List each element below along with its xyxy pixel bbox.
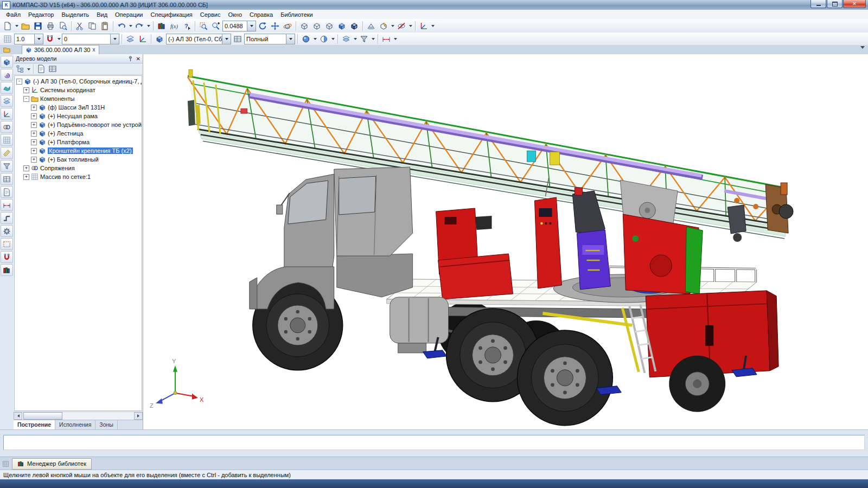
grid-button[interactable] [2, 34, 14, 44]
tab-construction[interactable]: Построение [14, 420, 55, 429]
scroll-right-icon[interactable] [134, 412, 143, 420]
tree-node-turntable[interactable]: +(+) Подъёмно-поворот ное устройст [15, 120, 142, 129]
section-view-button[interactable] [318, 34, 330, 44]
mates-icon[interactable] [1, 121, 13, 133]
zones-icon[interactable] [1, 238, 13, 250]
zoom-window-button[interactable] [197, 21, 209, 31]
refresh-view-button[interactable] [257, 21, 269, 31]
edit-assembly-icon[interactable] [1, 56, 13, 68]
tab-list-dropdown-icon[interactable] [860, 46, 865, 51]
view-orientation-button[interactable] [418, 21, 430, 31]
display-mode-dropdown-icon[interactable] [286, 34, 295, 44]
new-document-button[interactable] [2, 21, 14, 31]
zoom-in-out-button[interactable] [210, 21, 222, 31]
sheet-metal-icon[interactable] [1, 212, 13, 224]
component-list-button[interactable] [232, 34, 244, 44]
tree-node-bracket-selected[interactable]: +Кронштейн крепления ТБ (x2) [15, 146, 142, 155]
library-icon[interactable] [1, 264, 13, 276]
shaded-mode-button[interactable] [336, 21, 348, 31]
dock-icon[interactable] [2, 460, 9, 467]
minimize-button[interactable] [810, 0, 826, 8]
reports-icon[interactable] [1, 186, 13, 198]
csys-icon[interactable] [1, 108, 13, 120]
pan-view-button[interactable] [269, 21, 281, 31]
fuel-tank[interactable] [390, 297, 449, 353]
menu-view[interactable]: Вид [93, 11, 111, 18]
tree-structure-dropdown-icon[interactable] [26, 63, 31, 74]
scrollbar-thumb[interactable] [23, 412, 62, 420]
doc-system-icon[interactable] [3, 46, 11, 53]
hide-all-dropdown-icon[interactable] [408, 21, 413, 31]
new-document-dropdown-icon[interactable] [14, 21, 19, 31]
dimensions-icon[interactable] [1, 199, 13, 211]
parameters-icon[interactable] [1, 225, 13, 237]
context-help-button[interactable] [181, 21, 193, 31]
menu-help[interactable]: Справка [246, 11, 277, 18]
snap-settings-button[interactable] [44, 34, 56, 44]
tab-close-icon[interactable]: x [93, 47, 95, 53]
sphere-quality-dropdown-icon[interactable] [312, 34, 317, 44]
hidden-lines-thin-mode-button[interactable] [323, 21, 335, 31]
layers-button[interactable] [340, 34, 352, 44]
library-manager-button[interactable] [156, 21, 168, 31]
undo-dropdown-icon[interactable] [128, 21, 133, 31]
tree-node-grid-array[interactable]: +Массив по сетке:1 [15, 172, 142, 181]
dimension-style-dropdown-icon[interactable] [393, 34, 398, 44]
maximize-button[interactable] [827, 0, 843, 8]
tree-node-root[interactable]: -(-) АЛ 30 (Тел-0, Сборочных единиц-7, Д… [15, 77, 142, 86]
menu-operations[interactable]: Операции [111, 11, 146, 18]
print-button[interactable] [44, 21, 56, 31]
cursor-step-combo[interactable]: 1.0 [14, 34, 43, 44]
chassis-frame[interactable] [414, 307, 648, 318]
display-mode-combo[interactable]: Полный [244, 34, 295, 44]
save-button[interactable] [32, 21, 44, 31]
assembly-state-icon[interactable] [154, 34, 165, 44]
library-manager-tab[interactable]: Менеджер библиотек [12, 458, 92, 470]
hidden-lines-mode-button[interactable] [311, 21, 323, 31]
pin-panel-icon[interactable] [127, 55, 134, 62]
menu-window[interactable]: Окно [224, 11, 246, 18]
tree-horizontal-scrollbar[interactable] [14, 412, 143, 420]
print-preview-button[interactable] [57, 21, 69, 31]
truck-cab[interactable] [250, 167, 413, 309]
open-document-button[interactable] [20, 21, 31, 31]
tree-node-chassis[interactable]: +(ф) Шасси ЗиЛ 131Н [15, 103, 142, 112]
menu-file[interactable]: Файл [2, 11, 24, 18]
undo-button[interactable] [116, 21, 127, 31]
close-button[interactable]: ✕ [843, 0, 866, 8]
tab-versions[interactable]: Исполнения [55, 420, 95, 429]
cut-button[interactable] [74, 21, 86, 31]
assembly-state-dropdown-icon[interactable] [222, 34, 231, 44]
document-tab[interactable]: 306.00.00.000 АЛ 30 x [22, 45, 99, 54]
measure-icon[interactable] [1, 147, 13, 159]
spatial-curves-icon[interactable] [1, 69, 13, 81]
current-scale-combo[interactable]: 0.0488 [222, 21, 256, 31]
redo-button[interactable] [133, 21, 145, 31]
tree-node-ladder[interactable]: +(+) Лестница [15, 129, 142, 138]
base-planes-button[interactable] [124, 34, 136, 44]
wireframe-mode-button[interactable] [298, 21, 310, 31]
simplified-display-button[interactable] [378, 21, 390, 31]
property-message-field[interactable] [3, 435, 865, 450]
menu-service[interactable]: Сервис [196, 11, 225, 18]
tree-node-fuel-tank[interactable]: +(+) Бак топливный [15, 155, 142, 164]
dimension-style-button[interactable] [380, 34, 392, 44]
rotate-view-button[interactable] [282, 21, 293, 31]
tree-relations-button[interactable] [47, 64, 58, 74]
copy-button[interactable] [86, 21, 98, 31]
tree-composition-button[interactable] [36, 64, 47, 74]
shaded-edges-mode-button[interactable] [348, 21, 360, 31]
current-scale-dropdown-icon[interactable] [247, 21, 256, 31]
title-bar[interactable]: К КОМПАС-3D V15 (x64) - 306.00.00.000 АЛ… [0, 0, 868, 10]
paste-button[interactable] [99, 21, 111, 31]
perspective-button[interactable] [365, 21, 377, 31]
snap-icon[interactable] [1, 251, 13, 263]
arrays-icon[interactable] [1, 134, 13, 146]
specification-icon[interactable] [1, 173, 13, 185]
orientation-dropdown-icon[interactable] [430, 21, 435, 31]
tree-node-components[interactable]: -Компоненты [15, 94, 142, 103]
tree-node-coordinate-systems[interactable]: +Системы координат [15, 86, 142, 94]
menu-editor[interactable]: Редактор [24, 11, 58, 18]
assembly-state-combo[interactable]: (-) АЛ 30 (Тел-0, Сб [166, 34, 231, 44]
redo-dropdown-icon[interactable] [146, 21, 151, 31]
